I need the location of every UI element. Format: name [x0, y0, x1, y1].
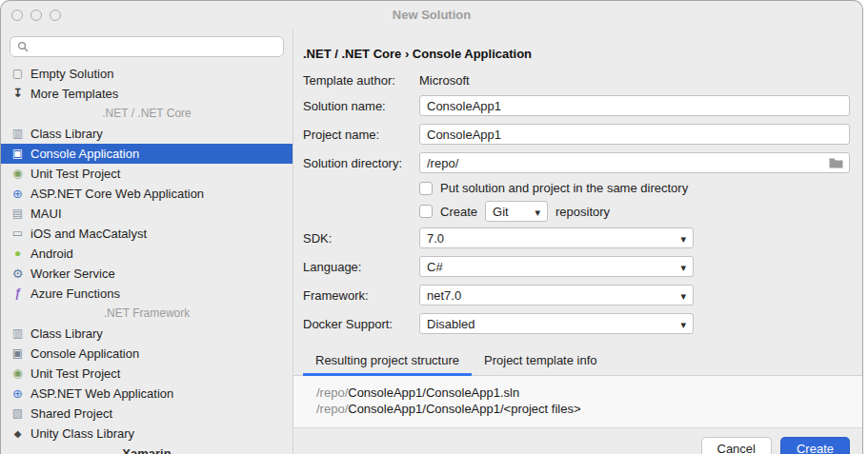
sidebar-item-label: Unity Class Library: [30, 426, 134, 441]
download-icon: [10, 84, 26, 104]
sidebar-item-label: Console Application: [30, 147, 139, 161]
same-directory-label: Put solution and project in the same dir…: [440, 181, 688, 195]
sidebar-item-label: Empty Solution: [30, 67, 113, 81]
sidebar-item-label: ASP.NET Core Web Application: [30, 187, 204, 201]
sidebar-item-label: Unit Test Project: [30, 167, 120, 181]
console-application-icon: [10, 144, 26, 164]
sidebar-item-label: Class Library: [30, 127, 103, 141]
template-list: Empty SolutionMore Templates.NET / .NET …: [1, 64, 293, 454]
class-library-icon: [10, 324, 26, 344]
solution-directory-input[interactable]: [419, 152, 850, 173]
tab-project-template-info[interactable]: Project template info: [472, 348, 610, 375]
breadcrumb: .NET / .NET Core › Console Application: [303, 47, 850, 61]
framework-select[interactable]: net7.0: [419, 285, 694, 306]
web-globe-icon: [10, 184, 26, 205]
sdk-select[interactable]: 7.0: [419, 227, 694, 248]
template-author-label: Template author:: [303, 73, 419, 88]
docker-support-label: Docker Support:: [303, 317, 419, 331]
sidebar-item-more-templates[interactable]: More Templates: [1, 84, 293, 104]
sidebar-item-ios-and-maccatalyst[interactable]: iOS and MacCatalyst: [1, 224, 293, 244]
create-repository-checkbox[interactable]: [419, 205, 433, 218]
unit-test-icon: [10, 164, 26, 184]
path-prefix: /repo/: [316, 385, 348, 400]
tab-resulting-project-structure[interactable]: Resulting project structure: [303, 348, 472, 375]
sidebar-item-label: Azure Functions: [30, 286, 120, 301]
preview-line: /repo/ConsoleApp1/ConsoleApp1.sln: [316, 385, 850, 401]
template-author-value: Microsoft: [419, 73, 470, 88]
vcs-value: Git: [493, 205, 509, 219]
language-select[interactable]: C#: [419, 256, 694, 277]
folder-icon: [829, 157, 843, 168]
sidebar-item-label: Shared Project: [30, 406, 112, 421]
sidebar-item-label: iOS and MacCatalyst: [30, 227, 147, 241]
sidebar-item-label: ASP.NET Web Application: [30, 386, 173, 401]
sidebar-section-net-framework: .NET Framework: [1, 304, 293, 324]
chevron-down-icon: [680, 260, 686, 274]
chevron-down-icon: [680, 317, 686, 331]
path-prefix: /repo/: [316, 402, 348, 416]
sidebar-item-unity-class-library[interactable]: Unity Class Library: [1, 424, 293, 444]
shared-project-icon: [10, 404, 26, 424]
solution-name-input[interactable]: [419, 95, 850, 116]
unity-icon: [10, 424, 26, 444]
template-detail-panel: .NET / .NET Core › Console Application T…: [293, 30, 862, 454]
sidebar-item-shared-project[interactable]: Shared Project: [1, 404, 293, 424]
sidebar-item-maui[interactable]: MAUI: [1, 204, 293, 224]
sidebar-item-unit-test-project[interactable]: Unit Test Project: [1, 164, 293, 184]
sidebar-item-worker-service[interactable]: Worker Service: [1, 264, 293, 284]
window-zoom-button[interactable]: [50, 10, 61, 21]
search-icon: [17, 41, 29, 52]
create-label: Create: [440, 205, 477, 219]
unit-test-icon: [10, 364, 26, 384]
window-minimize-button[interactable]: [30, 10, 42, 21]
vcs-select[interactable]: Git: [485, 201, 548, 222]
sidebar-item-label: Worker Service: [30, 266, 115, 281]
sidebar-item-class-library[interactable]: Class Library: [1, 324, 293, 344]
project-name-input[interactable]: [419, 124, 850, 145]
sidebar-item-asp-net-core-web-application[interactable]: ASP.NET Core Web Application: [1, 184, 293, 204]
sidebar-item-asp-net-web-application[interactable]: ASP.NET Web Application: [1, 384, 293, 404]
browse-folder-button[interactable]: [829, 157, 843, 168]
same-directory-checkbox[interactable]: [419, 182, 433, 195]
preview-line: /repo/ConsoleApp1/ConsoleApp1/<project f…: [316, 401, 850, 417]
sidebar-item-console-application[interactable]: Console Application: [1, 344, 293, 364]
search-field[interactable]: [10, 36, 284, 57]
solution-directory-label: Solution directory:: [303, 156, 419, 170]
sidebar-item-class-library[interactable]: Class Library: [1, 124, 293, 144]
repository-label: repository: [555, 205, 610, 219]
sidebar-item-label: More Templates: [30, 87, 118, 101]
sidebar-item-label: Console Application: [30, 346, 139, 361]
language-value: C#: [427, 260, 443, 274]
window-controls: [11, 10, 61, 21]
template-sidebar: Empty SolutionMore Templates.NET / .NET …: [1, 30, 293, 454]
docker-support-select[interactable]: Disabled: [419, 313, 694, 334]
create-button[interactable]: Create: [780, 437, 850, 454]
sidebar-item-label: Android: [30, 247, 73, 261]
sdk-label: SDK:: [303, 231, 419, 246]
chevron-down-icon: [535, 205, 541, 219]
titlebar[interactable]: New Solution: [1, 1, 862, 30]
gear-icon: [10, 264, 26, 285]
android-icon: [10, 244, 26, 264]
cancel-button[interactable]: Cancel: [701, 437, 772, 454]
window-close-button[interactable]: [11, 10, 23, 21]
sidebar-item-empty-solution[interactable]: Empty Solution: [1, 64, 293, 84]
sidebar-section-xamarin: Xamarin: [1, 444, 293, 454]
window-title: New Solution: [1, 1, 862, 30]
sdk-value: 7.0: [427, 231, 444, 246]
sidebar-item-console-application[interactable]: Console Application: [1, 144, 293, 164]
search-input[interactable]: [33, 40, 276, 54]
docker-support-value: Disabled: [427, 317, 475, 331]
solution-name-label: Solution name:: [303, 99, 419, 113]
tab-bar: Resulting project structure Project temp…: [293, 348, 862, 376]
sidebar-item-azure-functions[interactable]: Azure Functions: [1, 284, 293, 304]
monitor-icon: [10, 224, 26, 244]
chevron-down-icon: [680, 231, 686, 246]
new-solution-dialog: New Solution Empty SolutionMore Template…: [0, 0, 863, 454]
framework-value: net7.0: [427, 288, 461, 303]
sidebar-item-unit-test-project[interactable]: Unit Test Project: [1, 364, 293, 384]
path-text: ConsoleApp1/ConsoleApp1.sln: [348, 385, 519, 400]
language-label: Language:: [303, 260, 419, 274]
sidebar-item-label: Class Library: [30, 326, 103, 341]
sidebar-item-android[interactable]: Android: [1, 244, 293, 264]
